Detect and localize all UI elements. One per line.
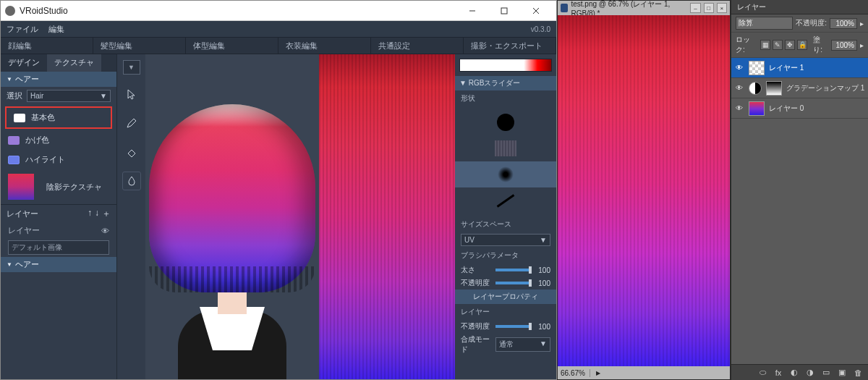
base-color-label: 基本色	[31, 112, 55, 123]
ps-layers-footer: ⬭ fx ◐ ◑ ▭ ▣ 🗑	[731, 364, 868, 380]
brush-param-label: ブラシパラメータ	[455, 248, 556, 263]
visibility-icon[interactable]: 👁	[734, 104, 744, 114]
maximize-button[interactable]	[488, 1, 520, 20]
brush-opacity-label: 不透明度	[461, 278, 493, 288]
texture-thumbnail[interactable]	[8, 174, 34, 200]
hair-select[interactable]: Hair▼	[27, 90, 111, 102]
ps-opacity-label: 不透明度:	[796, 18, 827, 28]
pencil-tool-icon[interactable]	[122, 114, 141, 132]
shadow-color-row[interactable]: かげ色	[1, 130, 116, 150]
menu-edit[interactable]: 編集	[48, 24, 64, 35]
section-hair-2[interactable]: ヘアー	[1, 257, 116, 272]
eraser-tool-icon[interactable]	[122, 143, 141, 161]
base-color-row[interactable]: 基本色	[7, 108, 111, 127]
tool-dropdown[interactable]: ▼	[123, 60, 140, 75]
ps-lock-all-icon[interactable]: 🔒	[797, 40, 807, 50]
tab-face[interactable]: 顔編集	[1, 38, 93, 54]
thickness-slider[interactable]	[495, 269, 532, 271]
new-layer-icon[interactable]: ▣	[836, 368, 848, 378]
ps-lock-transparency-icon[interactable]: ▦	[760, 40, 770, 50]
link-layers-icon[interactable]: ⬭	[757, 368, 768, 378]
tab-body[interactable]: 体型編集	[186, 38, 278, 54]
ps-status-arrow-icon[interactable]: ▶	[596, 370, 600, 376]
color-gradient-bar[interactable]	[459, 59, 552, 72]
ps-minimize-button[interactable]: –	[690, 3, 700, 13]
tab-hair[interactable]: 髪型編集	[93, 38, 186, 54]
shape-line[interactable]	[455, 187, 556, 214]
layer-mask-icon[interactable]: ◐	[788, 368, 800, 378]
vroid-window: VRoidStudio ファイル 編集 v0.3.0 顔編集 髪型編集 体型編集…	[0, 0, 557, 380]
visibility-icon[interactable]: 👁	[734, 63, 744, 73]
layer-opacity-value: 100	[535, 323, 550, 331]
layer-property-head[interactable]: レイヤープロパティ	[455, 290, 556, 304]
subtab-design[interactable]: デザイン	[1, 54, 47, 72]
ink-tool-icon[interactable]	[122, 172, 141, 190]
minimize-button[interactable]	[456, 1, 488, 20]
ps-opacity-arrow-icon[interactable]: ▸	[860, 20, 864, 28]
layer-add-icon[interactable]: ＋	[102, 208, 111, 220]
layer-down-icon[interactable]: ↓	[95, 208, 99, 220]
cursor-tool-icon[interactable]	[122, 85, 141, 104]
size-space-select[interactable]: UV▼	[461, 234, 550, 246]
brush-opacity-slider[interactable]	[495, 282, 532, 284]
layer-opacity-slider[interactable]	[495, 325, 532, 328]
layer-fx-icon[interactable]: fx	[773, 368, 784, 378]
ps-close-button[interactable]: ×	[717, 3, 727, 13]
ps-zoom[interactable]: 66.67%	[561, 369, 590, 377]
tool-column: ▼	[116, 54, 145, 379]
highlight-color-swatch[interactable]	[8, 156, 20, 164]
svg-rect-1	[501, 8, 507, 14]
ps-layers-title[interactable]: レイヤー	[731, 0, 868, 14]
highlight-color-label: ハイライト	[25, 154, 65, 165]
adjustment-layer-icon[interactable]: ◑	[804, 368, 816, 378]
highlight-color-row[interactable]: ハイライト	[1, 150, 116, 169]
ps-fill-input[interactable]: 100%	[831, 40, 857, 51]
ps-maximize-button[interactable]: □	[704, 3, 714, 13]
tab-export[interactable]: 撮影・エクスポート	[464, 38, 556, 54]
ps-lock-position-icon[interactable]: ✥	[785, 40, 795, 50]
ps-lock-pixels-icon[interactable]: ✎	[773, 40, 783, 50]
layer-name: レイヤー	[8, 225, 40, 236]
layer-thumbnail[interactable]	[766, 81, 782, 96]
ps-fill-arrow-icon[interactable]: ▸	[860, 41, 864, 49]
3d-viewport[interactable]	[145, 54, 319, 379]
size-space-label: サイズスペース	[455, 216, 556, 232]
ps-layer-row[interactable]: 👁 レイヤー 1	[731, 58, 868, 78]
delete-layer-icon[interactable]: 🗑	[852, 368, 864, 378]
vroid-logo-icon	[5, 6, 15, 16]
layer-thumbnail[interactable]	[749, 61, 765, 75]
shading-texture-row[interactable]: 陰影テクスチャ	[1, 169, 116, 204]
ps-layer-row[interactable]: 👁 グラデーションマップ 1	[731, 78, 868, 98]
shadow-color-swatch[interactable]	[8, 136, 20, 145]
tab-clothes[interactable]: 衣装編集	[278, 38, 371, 54]
shape-texture[interactable]	[455, 135, 556, 161]
default-image-field[interactable]: デフォルト画像	[8, 240, 109, 255]
layer-group-icon[interactable]: ▭	[820, 368, 832, 378]
base-color-swatch[interactable]	[14, 114, 25, 122]
ps-layer-row[interactable]: 👁 レイヤー 0	[731, 98, 868, 119]
thickness-value: 100	[535, 266, 550, 274]
blend-mode-select[interactable]: 通常▼	[495, 337, 550, 352]
shape-circle[interactable]	[455, 109, 556, 135]
layer-up-icon[interactable]: ↑	[88, 208, 92, 220]
vroid-titlebar: VRoidStudio	[1, 1, 556, 21]
ps-canvas[interactable]	[558, 15, 730, 366]
ps-layer-list: 👁 レイヤー 1 👁 グラデーションマップ 1 👁 レイヤー 0	[731, 58, 868, 364]
base-color-highlight: 基本色	[5, 106, 112, 129]
layer-thumbnail[interactable]	[749, 101, 765, 116]
tab-common[interactable]: 共通設定	[371, 38, 464, 54]
close-button[interactable]	[520, 1, 552, 20]
menu-file[interactable]: ファイル	[7, 24, 38, 35]
subtab-texture[interactable]: テクスチャ	[47, 54, 101, 72]
blend-mode-label: 合成モード	[461, 334, 493, 355]
shape-soft[interactable]	[455, 161, 556, 187]
ps-opacity-input[interactable]: 100%	[830, 18, 857, 29]
ps-icon	[561, 4, 568, 12]
layer-name: グラデーションマップ 1	[786, 83, 864, 93]
layer-visibility-icon[interactable]: 👁	[101, 227, 109, 235]
texture-preview[interactable]	[319, 54, 455, 379]
vroid-menubar: ファイル 編集 v0.3.0	[1, 21, 556, 37]
ps-blend-mode-select[interactable]: 除算	[736, 17, 793, 30]
section-hair[interactable]: ヘアー	[1, 72, 116, 87]
visibility-icon[interactable]: 👁	[734, 83, 744, 93]
